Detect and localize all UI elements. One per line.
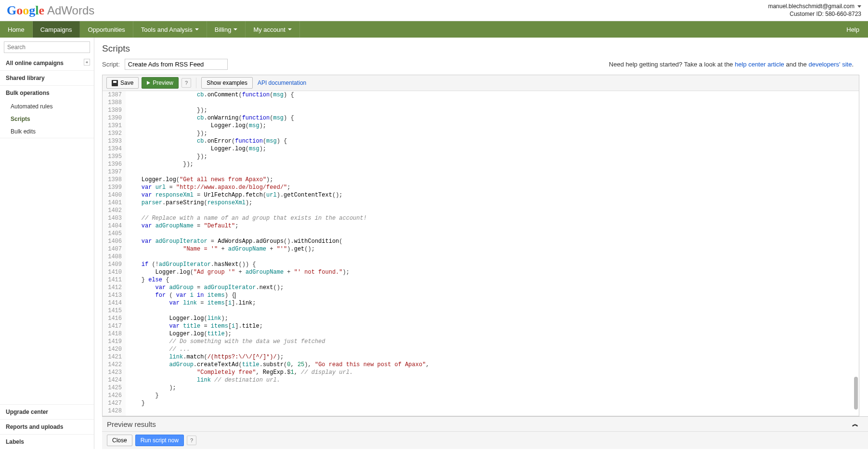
chevron-down-icon bbox=[195, 28, 199, 30]
run-script-button[interactable]: Run script now bbox=[135, 435, 184, 446]
account-email: manuel.blechschmidt@gmail.com bbox=[768, 3, 855, 11]
code-editor[interactable]: 1387 cb.onComment(function(msg) {1388138… bbox=[103, 91, 859, 416]
code-line[interactable]: 1422 adGroup.createTextAd(title.substr(0… bbox=[103, 361, 859, 369]
code-line[interactable]: 1411 } else { bbox=[103, 276, 859, 284]
code-line[interactable]: 1409 if (!adGroupIterator.hasNext()) { bbox=[103, 261, 859, 268]
code-line[interactable]: 1414 var link = items[i].link; bbox=[103, 299, 859, 307]
code-line[interactable]: 1421 link.match(/(https?:\/\/[^/]*)/); bbox=[103, 353, 859, 361]
show-examples-button[interactable]: Show examples bbox=[201, 77, 253, 89]
code-line[interactable]: 1395 }); bbox=[103, 153, 859, 160]
sidebar-reports-uploads[interactable]: Reports and uploads bbox=[0, 419, 94, 434]
line-number: 1390 bbox=[103, 114, 126, 122]
code-line[interactable]: 1406 var adGroupIterator = AdWordsApp.ad… bbox=[103, 238, 859, 245]
help-center-link[interactable]: help center article bbox=[735, 61, 784, 68]
nav-campaigns[interactable]: Campaigns bbox=[33, 21, 80, 38]
code-line[interactable]: 1401 parser.parseString(responseXml); bbox=[103, 199, 859, 207]
code-line[interactable]: 1390 cb.onWarning(function(msg) { bbox=[103, 114, 859, 122]
logo[interactable]: Google AdWords bbox=[7, 3, 94, 18]
sidebar-shared-library[interactable]: Shared library bbox=[0, 71, 94, 85]
line-number: 1411 bbox=[103, 276, 126, 284]
nav-help[interactable]: Help bbox=[838, 21, 868, 38]
code-line[interactable]: 1407 "Name = '" + adGroupName + "'").get… bbox=[103, 245, 859, 253]
code-line[interactable]: 1402 bbox=[103, 207, 859, 214]
code-line[interactable]: 1428 bbox=[103, 407, 859, 415]
code-line[interactable]: 1408 bbox=[103, 253, 859, 261]
divider bbox=[196, 78, 196, 88]
line-number: 1388 bbox=[103, 99, 126, 106]
content: Scripts Script: Need help getting starte… bbox=[94, 38, 868, 449]
script-name-input[interactable] bbox=[125, 59, 228, 70]
expand-icon[interactable]: ︽ bbox=[852, 420, 858, 428]
code-line[interactable]: 1425 ); bbox=[103, 384, 859, 392]
code-line[interactable]: 1403 // Replace with a name of an ad gro… bbox=[103, 214, 859, 222]
line-number: 1407 bbox=[103, 245, 126, 253]
nav-account[interactable]: My account bbox=[246, 21, 299, 38]
save-button[interactable]: Save bbox=[106, 77, 139, 89]
code-line[interactable]: 1405 bbox=[103, 230, 859, 238]
line-number: 1423 bbox=[103, 369, 126, 376]
close-button[interactable]: Close bbox=[107, 435, 132, 446]
code-line[interactable]: 1427 } bbox=[103, 399, 859, 407]
code-line[interactable]: 1417 var title = items[i].title; bbox=[103, 322, 859, 330]
sidebar-bulk-edits[interactable]: Bulk edits bbox=[0, 125, 94, 138]
code-line[interactable]: 1429} bbox=[103, 415, 859, 416]
sidebar-upgrade-center[interactable]: Upgrade center bbox=[0, 404, 94, 419]
line-number: 1397 bbox=[103, 168, 126, 176]
chevron-down-icon[interactable] bbox=[857, 5, 861, 8]
sidebar-bulk-operations[interactable]: Bulk operations bbox=[0, 86, 94, 100]
code-line[interactable]: 1391 Logger.log(msg); bbox=[103, 122, 859, 130]
code-line[interactable]: 1399 var url = "http://www.apaxo.de/blog… bbox=[103, 184, 859, 191]
nav-tools[interactable]: Tools and Analysis bbox=[133, 21, 207, 38]
code-line[interactable]: 1426 } bbox=[103, 392, 859, 399]
code-line[interactable]: 1415 bbox=[103, 307, 859, 315]
line-number: 1420 bbox=[103, 345, 126, 353]
line-number: 1427 bbox=[103, 399, 126, 407]
code-line[interactable]: 1387 cb.onComment(function(msg) { bbox=[103, 91, 859, 99]
google-logo: Google bbox=[7, 3, 44, 18]
preview-help-button[interactable]: ? bbox=[181, 78, 191, 88]
code-line[interactable]: 1419 // Do something with the data we ju… bbox=[103, 338, 859, 345]
scrollbar[interactable] bbox=[853, 91, 858, 416]
preview-button[interactable]: Preview bbox=[142, 77, 179, 89]
play-icon bbox=[147, 81, 150, 85]
code-line[interactable]: 1423 "Completely free", RegExp.$1, // di… bbox=[103, 369, 859, 376]
sidebar-scripts[interactable]: Scripts bbox=[0, 113, 94, 125]
line-number: 1396 bbox=[103, 160, 126, 168]
code-line[interactable]: 1400 var responseXml = UrlFetchApp.fetch… bbox=[103, 191, 859, 199]
line-number: 1389 bbox=[103, 106, 126, 114]
line-number: 1392 bbox=[103, 130, 126, 137]
editor: Save Preview ? Show examples API documen… bbox=[102, 75, 859, 416]
collapse-icon[interactable]: « bbox=[84, 59, 90, 66]
nav-billing[interactable]: Billing bbox=[207, 21, 246, 38]
code-line[interactable]: 1416 Logger.log(link); bbox=[103, 315, 859, 322]
api-documentation-link[interactable]: API documentation bbox=[258, 79, 306, 86]
sidebar-labels[interactable]: Labels bbox=[0, 434, 94, 449]
scrollbar-thumb[interactable] bbox=[854, 377, 858, 409]
code-line[interactable]: 1420 // ... bbox=[103, 345, 859, 353]
sidebar-automated-rules[interactable]: Automated rules bbox=[0, 100, 94, 113]
code-line[interactable]: 1388 bbox=[103, 99, 859, 106]
developers-site-link[interactable]: developers' site bbox=[808, 61, 852, 68]
nav-opportunities[interactable]: Opportunities bbox=[80, 21, 133, 38]
line-number: 1405 bbox=[103, 230, 126, 238]
code-line[interactable]: 1412 var adGroup = adGroupIterator.next(… bbox=[103, 284, 859, 291]
account-info[interactable]: manuel.blechschmidt@gmail.com Customer I… bbox=[768, 3, 861, 18]
code-line[interactable]: 1393 cb.onError(function(msg) { bbox=[103, 137, 859, 145]
run-help-button[interactable]: ? bbox=[187, 436, 196, 445]
code-line[interactable]: 1397 bbox=[103, 168, 859, 176]
code-line[interactable]: 1424 link // destination url. bbox=[103, 376, 859, 384]
editor-toolbar: Save Preview ? Show examples API documen… bbox=[103, 75, 859, 91]
line-number: 1406 bbox=[103, 238, 126, 245]
code-line[interactable]: 1413 for ( var i in items) { bbox=[103, 291, 859, 299]
sidebar-all-campaigns[interactable]: All online campaigns « bbox=[0, 56, 94, 70]
code-line[interactable]: 1410 Logger.log("Ad group '" + adGroupNa… bbox=[103, 268, 859, 276]
code-line[interactable]: 1392 }); bbox=[103, 130, 859, 137]
code-line[interactable]: 1389 }); bbox=[103, 106, 859, 114]
code-line[interactable]: 1418 Logger.log(title); bbox=[103, 330, 859, 338]
nav-home[interactable]: Home bbox=[0, 21, 33, 38]
search-input[interactable] bbox=[4, 41, 90, 53]
code-line[interactable]: 1398 Logger.log("Get all news from Apaxo… bbox=[103, 176, 859, 184]
code-line[interactable]: 1394 Logger.log(msg); bbox=[103, 145, 859, 153]
code-line[interactable]: 1404 var adGroupName = "Default"; bbox=[103, 222, 859, 230]
code-line[interactable]: 1396 }); bbox=[103, 160, 859, 168]
